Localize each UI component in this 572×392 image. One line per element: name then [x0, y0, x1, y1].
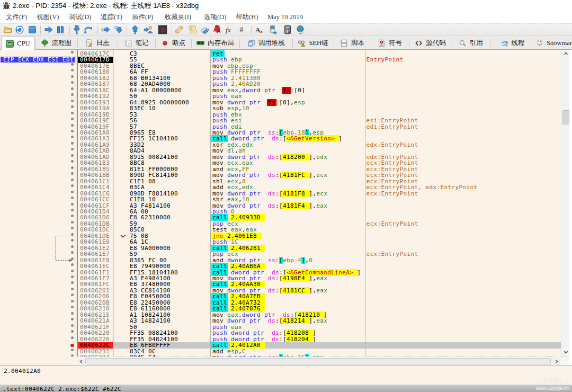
internet-button[interactable] — [296, 25, 305, 34]
breakpoint-dot-gray[interactable] — [71, 154, 74, 157]
breakpoint-dot-gray[interactable] — [71, 160, 74, 163]
menu-item-file[interactable]: 文件(F) — [6, 13, 27, 21]
tab-thread[interactable]: 线程 — [490, 37, 535, 50]
breakpoint-dot-gray[interactable] — [71, 215, 74, 217]
restart-button[interactable] — [15, 25, 24, 34]
breakpoint-dot-red[interactable] — [70, 344, 74, 348]
breakpoint-dot-gray[interactable] — [71, 142, 74, 145]
patches-button[interactable] — [174, 25, 184, 34]
run-to-user-code-button[interactable] — [144, 25, 153, 34]
breakpoint-dot-gray[interactable] — [71, 172, 74, 175]
scroll-up-arrow[interactable] — [564, 51, 568, 56]
step-into-button[interactable] — [72, 25, 82, 34]
menu-item-favourites[interactable]: 收藏夹(I) — [165, 13, 191, 21]
tab-ref[interactable]: 引用 — [452, 37, 490, 50]
breakpoint-dot-gray[interactable] — [71, 93, 74, 96]
breakpoint-dot-gray[interactable] — [71, 227, 74, 229]
breakpoint-dot-gray[interactable] — [71, 87, 74, 90]
tab-notes[interactable]: 笔记 — [118, 37, 155, 50]
animate-into-button[interactable] — [101, 25, 110, 34]
breakpoint-dot-gray[interactable] — [71, 288, 74, 290]
breakpoint-dot-gray[interactable] — [71, 75, 74, 78]
breakpoint-dot-gray[interactable] — [71, 318, 74, 320]
breakpoint-dot-gray[interactable] — [71, 306, 74, 308]
disasm-row-004061E0[interactable]: 004061E06A 1Cpush 1C — [0, 239, 561, 245]
step-over-button[interactable] — [84, 25, 93, 34]
tab-graph[interactable]: 流程图 — [35, 37, 77, 50]
disasm-row-004061BB[interactable]: 004061BB890D FC814100mov dword ptr ds:[4… — [0, 172, 561, 178]
vertical-scrollbar-thumb[interactable] — [562, 110, 569, 124]
disassembly-view[interactable]: 0040617CC3retEIP ECX EDX ESI EDI0040617D… — [0, 50, 569, 357]
breakpoint-dot-gray[interactable] — [71, 336, 74, 339]
tab-symbol[interactable]: 符号 — [371, 37, 409, 50]
breakpoint-dot-gray[interactable] — [71, 209, 74, 211]
breakpoint-dot-gray[interactable] — [71, 179, 74, 181]
breakpoint-dot-gray[interactable] — [71, 105, 74, 108]
breakpoint-dot-gray[interactable] — [71, 312, 74, 315]
scylla-button[interactable]: S — [158, 25, 167, 34]
breakpoint-dot-gray[interactable] — [71, 203, 74, 206]
breakpoint-dot-gray[interactable] — [71, 63, 74, 66]
close-button[interactable] — [28, 25, 37, 34]
breakpoint-dot-gray[interactable] — [71, 100, 74, 102]
disasm-row-0040619A[interactable]: 0040619A83EC 10sub esp,10 — [0, 105, 561, 111]
tab-source[interactable]: 源代码 — [409, 37, 452, 50]
breakpoint-dot-gray[interactable] — [71, 191, 74, 193]
labels-button[interactable] — [200, 25, 209, 34]
bookmarks-button[interactable] — [212, 25, 222, 34]
breakpoint-dot-gray[interactable] — [71, 51, 74, 54]
run-button[interactable] — [44, 25, 53, 34]
breakpoint-dot-gray[interactable] — [71, 81, 74, 84]
breakpoint-dot-gray[interactable] — [71, 270, 74, 272]
calculator-button[interactable] — [283, 25, 292, 34]
tab-cpu[interactable]: 32CPU — [1, 37, 35, 50]
scroll-right-arrow[interactable] — [554, 359, 559, 364]
hash-button[interactable]: # — [238, 25, 247, 34]
disasm-row-004061E7[interactable]: 004061E759pop ecxecx:EntryPoint — [0, 251, 561, 257]
breakpoint-dot-gray[interactable] — [71, 275, 74, 278]
breakpoint-dot-gray[interactable] — [71, 300, 74, 302]
breakpoint-dot-gray[interactable] — [71, 324, 74, 327]
menu-item-trace[interactable]: 追踪(T) — [101, 13, 122, 21]
breakpoint-dot-gray[interactable] — [71, 184, 74, 187]
breakpoint-dot-gray[interactable] — [71, 293, 74, 296]
menu-item-debug[interactable]: 调试(D) — [69, 13, 91, 21]
breakpoint-dot-gray[interactable] — [71, 221, 74, 224]
vertical-scrollbar[interactable] — [561, 50, 569, 357]
breakpoint-dot-gray[interactable] — [71, 148, 74, 150]
breakpoint-dot-gray[interactable] — [71, 69, 74, 72]
menu-item-help[interactable]: 帮助(H) — [236, 13, 258, 21]
breakpoint-dot-gray[interactable] — [71, 124, 74, 127]
disasm-row-004061B3[interactable]: 004061B38BC8mov ecx,eaxecx:EntryPoint — [0, 160, 561, 166]
disasm-row-0040622C[interactable]: 0040622CE8 6FB0FFFFcall 2.4012A0 — [0, 342, 561, 348]
tab-log[interactable]: 日志 — [77, 37, 118, 50]
scroll-left-arrow[interactable] — [79, 359, 84, 364]
disasm-row-0040621A[interactable]: 0040621AA3 14824100mov dword ptr ds:[418… — [0, 318, 561, 324]
horizontal-scrollbar-thumb[interactable] — [85, 358, 551, 364]
disasm-row-0040619E[interactable]: 0040619E56push esiesi:EntryPoint — [0, 118, 561, 123]
tab-snowman[interactable]: Snowman反汇编 — [531, 37, 572, 50]
breakpoint-dot-gray[interactable] — [71, 130, 74, 132]
comments-button[interactable] — [188, 25, 198, 34]
menu-item-view[interactable]: 视图(V) — [37, 13, 59, 21]
breakpoint-dot-gray[interactable] — [71, 136, 74, 138]
tab-script[interactable]: <>脚本 — [334, 37, 371, 50]
tab-seh[interactable]: SEH链 — [292, 37, 334, 50]
breakpoint-dot-gray[interactable] — [71, 281, 74, 284]
horizontal-scrollbar[interactable] — [78, 357, 560, 365]
scroll-down-arrow[interactable] — [564, 350, 568, 354]
breakpoint-dot-gray[interactable] — [71, 349, 74, 351]
menu-item-plugins[interactable]: 插件(P) — [132, 13, 153, 21]
pause-button[interactable] — [56, 25, 65, 34]
execute-till-return-button[interactable] — [113, 25, 123, 34]
menu-item-options[interactable]: 选项(O) — [204, 13, 226, 21]
strings-button[interactable]: Az — [255, 25, 264, 34]
breakpoint-dot-gray[interactable] — [71, 112, 74, 114]
attach-button[interactable] — [268, 25, 278, 34]
tab-stack[interactable]: 调用堆栈 — [239, 37, 292, 50]
breakpoint-dot-gray[interactable] — [71, 197, 74, 199]
tab-mem[interactable]: 内存布局 — [191, 37, 239, 50]
breakpoint-dot-gray[interactable] — [71, 330, 74, 333]
open-file-button[interactable] — [3, 25, 13, 34]
breakpoint-dot-gray[interactable] — [71, 118, 74, 120]
